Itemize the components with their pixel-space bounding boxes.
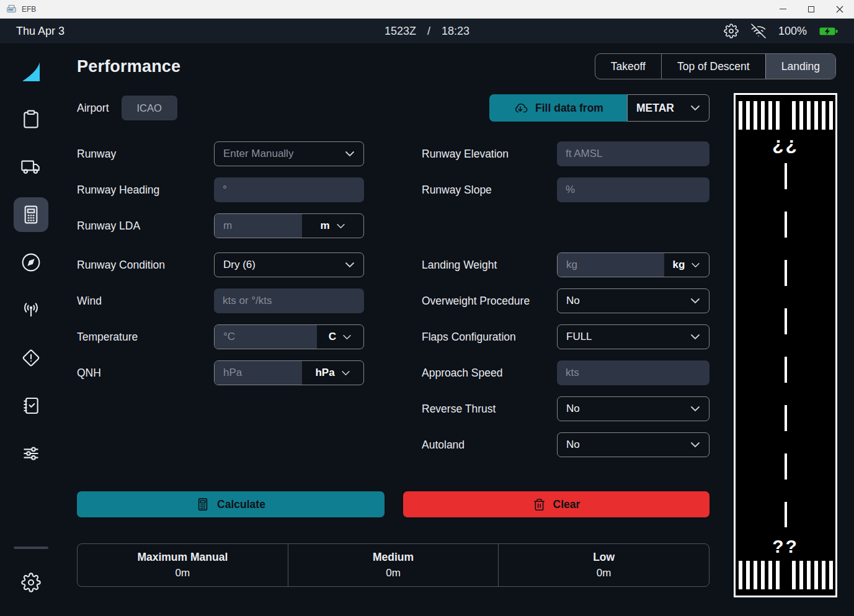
runway-number-near: ?? [772, 532, 799, 561]
fill-data-from-button[interactable]: Fill data from [489, 94, 627, 122]
tab-landing[interactable]: Landing [765, 54, 835, 79]
calculator-icon [196, 498, 210, 511]
sidebar-item-presets[interactable] [14, 436, 48, 471]
runway-elevation-input[interactable] [557, 141, 709, 166]
flaps-configuration-label: Flaps Configuration [422, 331, 557, 344]
result-value: 0m [597, 567, 612, 579]
result-label: Maximum Manual [137, 551, 228, 564]
maximize-button[interactable] [797, 0, 825, 18]
fill-source-value: METAR [636, 102, 674, 115]
tab-takeoff[interactable]: Takeoff [595, 54, 661, 79]
sidebar-item-performance[interactable] [14, 197, 48, 232]
result-medium: Medium 0m [288, 544, 499, 586]
wind-input[interactable] [214, 288, 364, 313]
truck-icon [21, 157, 41, 177]
runway-lda-unit-value: m [320, 220, 329, 232]
qnh-unit-select[interactable]: hPa [302, 361, 363, 385]
sliders-icon [21, 444, 41, 463]
trash-icon [533, 498, 546, 511]
runway-number-far: ¿¿ [772, 130, 799, 158]
tab-top-of-descent[interactable]: Top of Descent [661, 54, 765, 79]
fill-source-select[interactable]: METAR [627, 94, 709, 122]
runway-visualization: ¿¿ ?? [734, 93, 837, 597]
flaps-configuration-select[interactable]: FULL [557, 324, 709, 349]
close-icon [836, 6, 843, 13]
landing-weight-unit-select[interactable]: kg [664, 253, 709, 277]
airport-icao-input[interactable]: ICAO [122, 96, 177, 120]
runway-condition-label: Runway Condition [77, 259, 214, 272]
sidebar-item-settings[interactable] [14, 565, 48, 600]
runway-threshold-stripes-near [739, 561, 833, 589]
chevron-down-icon [690, 406, 700, 412]
clock-separator: / [427, 25, 430, 37]
wind-label: Wind [77, 295, 214, 308]
runway-select-value: Enter Manually [223, 148, 293, 160]
chevron-down-icon [342, 334, 352, 340]
close-button[interactable] [825, 0, 854, 18]
result-value: 0m [386, 567, 401, 579]
warning-diamond-icon [21, 348, 41, 368]
runway-lda-unit-select[interactable]: m [302, 214, 363, 238]
runway-condition-select[interactable]: Dry (6) [214, 252, 364, 277]
autoland-label: Autoland [422, 439, 557, 452]
chevron-down-icon [691, 262, 700, 268]
qnh-input[interactable] [215, 361, 302, 385]
compass-icon [21, 252, 41, 272]
sidebar-item-checklists[interactable] [14, 388, 48, 423]
runway-select[interactable]: Enter Manually [214, 141, 364, 166]
clear-label: Clear [553, 498, 580, 511]
sidebar-divider [14, 547, 48, 549]
calculate-button[interactable]: Calculate [77, 491, 385, 517]
approach-speed-input[interactable] [557, 360, 709, 385]
sidebar-item-ground[interactable] [14, 150, 48, 184]
sidebar-item-navigation[interactable] [14, 245, 48, 280]
autoland-value: No [566, 439, 580, 451]
sidebar-item-atc[interactable] [14, 293, 48, 328]
landing-weight-input[interactable] [558, 253, 664, 277]
cloud-download-icon [513, 100, 528, 115]
temperature-input[interactable] [215, 325, 317, 349]
clipboard-icon [21, 109, 41, 129]
qnh-label: QNH [77, 367, 214, 380]
reverse-thrust-select[interactable]: No [557, 396, 709, 421]
result-value: 0m [176, 567, 190, 579]
zulu-time: 1523Z [385, 25, 416, 37]
runway-heading-input[interactable] [214, 177, 364, 202]
landing-weight-unit-value: kg [673, 259, 685, 271]
approach-speed-label: Approach Speed [422, 367, 557, 380]
temperature-label: Temperature [77, 331, 214, 344]
runway-threshold-stripes-far [739, 101, 833, 130]
results-table: Maximum Manual 0m Medium 0m Low 0m [77, 543, 709, 587]
gear-icon [21, 573, 41, 592]
chevron-down-icon [690, 298, 700, 304]
autoland-select[interactable]: No [557, 432, 709, 457]
minimize-icon [780, 9, 786, 9]
airport-label: Airport [77, 102, 109, 115]
runway-centerline [785, 163, 787, 527]
efb-statusbar: Thu Apr 3 1523Z/18:23 100% [0, 19, 854, 43]
runway-slope-input[interactable] [557, 177, 709, 202]
runway-elevation-label: Runway Elevation [422, 148, 557, 161]
sidebar-item-dashboard[interactable] [14, 102, 48, 136]
statusbar-clock: 1523Z/18:23 [0, 25, 854, 38]
minimize-button[interactable] [768, 0, 797, 18]
chevron-down-icon [345, 151, 355, 157]
temperature-unit-select[interactable]: C [317, 325, 363, 349]
chevron-down-icon [690, 105, 700, 111]
clear-button[interactable]: Clear [403, 491, 709, 517]
fill-data-from-label: Fill data from [535, 102, 603, 115]
overweight-procedure-select[interactable]: No [557, 288, 709, 313]
overweight-procedure-label: Overweight Procedure [422, 295, 557, 308]
temperature-unit-value: C [329, 331, 336, 343]
local-time: 18:23 [442, 25, 469, 37]
runway-lda-label: Runway LDA [77, 220, 214, 233]
result-label: Medium [373, 551, 414, 564]
runway-condition-value: Dry (6) [223, 259, 256, 271]
sidebar-nav [0, 43, 62, 616]
maximize-icon [808, 6, 814, 12]
antenna-icon [21, 300, 41, 320]
calculate-label: Calculate [217, 498, 265, 511]
reverse-thrust-value: No [566, 403, 580, 415]
sidebar-item-failures[interactable] [14, 341, 48, 375]
runway-lda-input[interactable] [215, 214, 302, 238]
